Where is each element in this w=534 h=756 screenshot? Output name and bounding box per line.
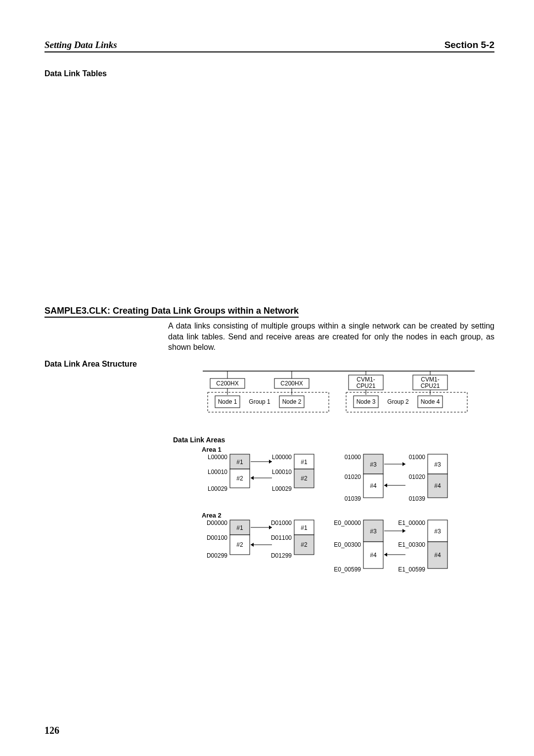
node-label: Node 4 — [421, 398, 440, 405]
addr-label: D01000 — [271, 520, 292, 526]
addr-label: 01000 — [345, 454, 361, 461]
cell-label: #3 — [434, 528, 441, 535]
diagram: C200HX C200HX CVM1- CPU21 CVM1- CPU21 No… — [198, 366, 494, 577]
cell-label: #2 — [301, 541, 308, 548]
area2-diagram: D00000 D00100 D00299 #1 #2 D01000 D01100… — [198, 519, 494, 576]
data-link-areas-heading: Data Link Areas — [173, 436, 494, 444]
cell-label: #1 — [236, 459, 243, 466]
cell-label: #2 — [236, 475, 243, 482]
cpu-label: C200HX — [280, 380, 303, 387]
addr-label: 01020 — [409, 473, 426, 480]
svg-marker-46 — [402, 529, 405, 533]
addr-label: L00010 — [208, 469, 227, 475]
body-text: A data links consisting of multiple grou… — [168, 321, 494, 353]
cell-label: #1 — [236, 524, 243, 531]
cpu-label: CVM1- — [421, 376, 439, 383]
cell-label: #4 — [434, 482, 441, 489]
addr-label: D00000 — [207, 520, 227, 526]
addr-label: D01100 — [271, 534, 292, 541]
addr-label: 01039 — [409, 495, 426, 502]
addr-label: E1_00300 — [398, 541, 425, 548]
addr-label: L00000 — [208, 454, 227, 461]
cell-label: #1 — [301, 524, 308, 531]
addr-label: E1_00599 — [398, 566, 425, 573]
svg-marker-24 — [251, 476, 254, 480]
cpu-label: CVM1- — [356, 376, 375, 383]
node-label: Node 3 — [356, 398, 376, 405]
svg-marker-40 — [251, 543, 254, 547]
svg-marker-30 — [402, 462, 405, 466]
cell-label: #3 — [434, 461, 441, 468]
area1-diagram: L00000 L00010 L00029 #1 #2 L00000 L00010… — [198, 453, 494, 505]
cell-label: #2 — [301, 475, 308, 482]
cell-label: #4 — [434, 552, 441, 559]
group-label: Group 2 — [387, 398, 409, 405]
svg-marker-48 — [384, 553, 387, 557]
page: Setting Data Links Section 5-2 Data Link… — [0, 0, 534, 756]
cell-label: #3 — [370, 528, 377, 535]
cell-label: #4 — [370, 482, 377, 489]
addr-label: L00010 — [272, 469, 292, 475]
addr-label: E0_00000 — [334, 520, 361, 526]
header-bar: Setting Data Links Section 5-2 — [44, 40, 494, 52]
area2-title: Area 2 — [202, 512, 494, 519]
section-title: SAMPLE3.CLK: Creating Data Link Groups w… — [44, 306, 299, 318]
addr-label: 01020 — [345, 473, 361, 480]
cell-label: #2 — [236, 541, 243, 548]
network-diagram: C200HX C200HX CVM1- CPU21 CVM1- CPU21 No… — [198, 366, 494, 421]
addr-label: E0_00300 — [334, 541, 361, 548]
page-number: 126 — [44, 725, 59, 736]
addr-label: L00029 — [272, 485, 292, 492]
cell-label: #1 — [301, 459, 308, 466]
subheading-data-link-tables: Data Link Tables — [44, 69, 494, 78]
addr-label: E1_00000 — [398, 520, 425, 526]
header-right: Section 5-2 — [445, 40, 494, 50]
header-left: Setting Data Links — [44, 40, 117, 50]
addr-label: L00029 — [208, 485, 227, 492]
svg-marker-32 — [384, 483, 387, 487]
cpu-label: C200HX — [216, 380, 238, 387]
cpu-label: CPU21 — [356, 382, 376, 389]
cell-label: #4 — [370, 552, 377, 559]
node-label: Node 1 — [218, 398, 237, 405]
node-label: Node 2 — [282, 398, 302, 405]
addr-label: D00100 — [207, 534, 227, 541]
cpu-label: CPU21 — [421, 382, 440, 389]
area1-title: Area 1 — [202, 446, 494, 453]
addr-label: 01039 — [345, 495, 361, 502]
addr-label: E0_00599 — [334, 566, 361, 573]
addr-label: 01000 — [409, 454, 426, 461]
group-label: Group 1 — [249, 398, 270, 405]
addr-label: D00299 — [207, 552, 227, 559]
addr-label: D01299 — [271, 552, 292, 559]
addr-label: L00000 — [272, 454, 292, 461]
cell-label: #3 — [370, 461, 377, 468]
